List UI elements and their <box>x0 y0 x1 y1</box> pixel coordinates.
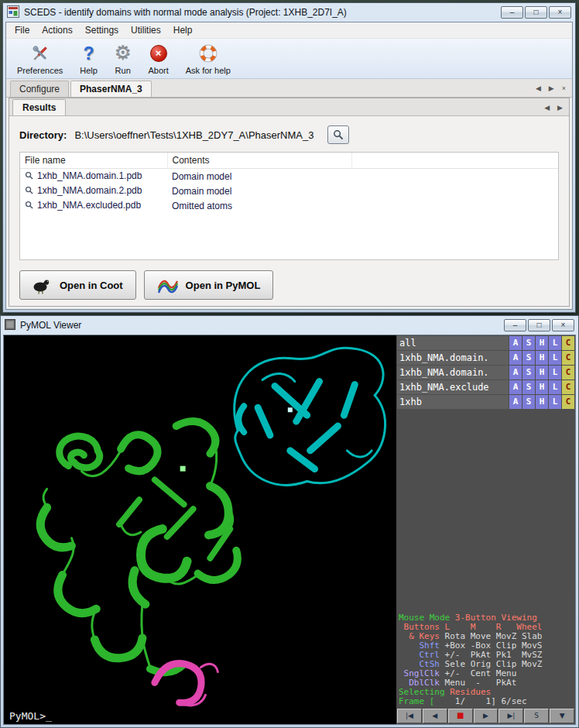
sceds-client-area: File Actions Settings Utilities Help Pre… <box>5 22 573 310</box>
menu-help[interactable]: Help <box>167 23 199 37</box>
tab-phasernma-3[interactable]: PhaserNMA_3 <box>70 81 152 97</box>
browse-directory-button[interactable] <box>327 125 349 144</box>
file-name-cell[interactable]: 1xhb_NMA.excluded.pdb <box>20 198 167 213</box>
object-c-button[interactable]: C <box>562 395 574 409</box>
object-c-button[interactable]: C <box>562 366 574 379</box>
preferences-label: Preferences <box>17 66 63 75</box>
ask-for-help-button[interactable]: Ask for help <box>180 40 237 77</box>
mouse-panel: Mouse Mode 3-Button Viewing Buttons L M … <box>396 612 575 708</box>
object-h-button[interactable]: H <box>536 336 548 350</box>
menubar: File Actions Settings Utilities Help <box>6 22 572 39</box>
object-a-button[interactable]: A <box>509 395 522 409</box>
object-name[interactable]: all <box>397 336 509 350</box>
object-l-button[interactable]: L <box>549 366 561 379</box>
object-l-button[interactable]: L <box>549 395 561 409</box>
tab-configure[interactable]: Configure <box>10 81 69 97</box>
object-s-button[interactable]: S <box>522 395 535 409</box>
object-h-button[interactable]: H <box>536 380 548 394</box>
file-table-body: 1xhb_NMA.domain.1.pdbDomain model1xhb_NM… <box>20 169 558 214</box>
column-file-name[interactable]: File name <box>20 153 167 169</box>
file-row[interactable]: 1xhb_NMA.excluded.pdbOmitted atoms <box>20 198 558 213</box>
menu-file[interactable]: File <box>9 23 36 37</box>
column-blank <box>351 153 558 169</box>
menu-settings[interactable]: Settings <box>79 23 125 37</box>
movie-control-button[interactable]: |◀ <box>397 709 422 723</box>
object-s-button[interactable]: S <box>522 366 535 379</box>
sceds-app-icon[interactable] <box>7 5 19 20</box>
object-s-button[interactable]: S <box>522 336 535 350</box>
pymol-ribbon-icon <box>157 276 179 294</box>
object-a-button[interactable]: A <box>509 380 522 394</box>
object-s-button[interactable]: S <box>522 351 535 365</box>
pymol-app-icon[interactable] <box>5 319 15 332</box>
tab-results[interactable]: Results <box>12 99 66 115</box>
results-tabbar: Results ◀ ▶ <box>9 98 569 116</box>
object-l-button[interactable]: L <box>549 336 561 350</box>
tab-scroll-right-icon[interactable]: ▶ <box>547 84 556 94</box>
object-s-button[interactable]: S <box>522 380 535 394</box>
results-scroll-left-icon[interactable]: ◀ <box>543 103 551 113</box>
object-l-button[interactable]: L <box>549 351 561 365</box>
file-row[interactable]: 1xhb_NMA.domain.1.pdbDomain model <box>20 169 558 184</box>
tab-scroll-left-icon[interactable]: ◀ <box>534 84 543 94</box>
object-c-button[interactable]: C <box>562 380 574 394</box>
object-c-button[interactable]: C <box>562 336 574 350</box>
sceds-minimize-button[interactable]: – <box>501 6 523 19</box>
menu-actions[interactable]: Actions <box>36 23 78 37</box>
help-label: Help <box>80 66 98 75</box>
sceds-close-button[interactable]: × <box>549 6 571 19</box>
pymol-minimize-button[interactable]: – <box>504 319 526 331</box>
selection-marker-green <box>180 466 186 472</box>
object-name[interactable]: 1xhb <box>397 395 509 409</box>
contents-cell: Domain model <box>167 169 351 184</box>
object-h-button[interactable]: H <box>536 351 548 365</box>
movie-control-button[interactable]: ▶| <box>498 709 523 723</box>
column-contents[interactable]: Contents <box>167 153 351 169</box>
sceds-titlebar[interactable]: SCEDS - identify domains with normal mod… <box>3 3 575 22</box>
main-tabbar: Configure PhaserNMA_3 ◀ ▶ × <box>6 79 572 98</box>
pymol-window: PyMOL Viewer – □ × <box>0 315 579 728</box>
results-scroll-right-icon[interactable]: ▶ <box>556 103 564 113</box>
pymol-close-button[interactable]: × <box>552 319 574 331</box>
contents-cell: Domain model <box>167 184 351 198</box>
help-button[interactable]: ? Help <box>74 40 104 77</box>
object-h-button[interactable]: H <box>536 366 548 379</box>
open-in-pymol-button[interactable]: Open in PyMOL <box>144 270 274 300</box>
movie-control-button[interactable]: ■ <box>448 709 473 723</box>
file-name-cell[interactable]: 1xhb_NMA.domain.2.pdb <box>20 184 167 198</box>
file-table: File name Contents 1xhb_NMA.domain.1.pdb… <box>19 152 559 260</box>
movie-control-button[interactable]: ◀ <box>423 709 447 723</box>
abort-label: Abort <box>148 66 168 75</box>
toolbar: Preferences ? Help ⚙ Run × Abort <box>6 39 572 79</box>
magnifier-icon <box>25 186 33 197</box>
file-table-header: File name Contents <box>20 153 558 169</box>
run-button[interactable]: ⚙ Run <box>108 40 138 77</box>
menu-utilities[interactable]: Utilities <box>125 23 167 37</box>
abort-button[interactable]: × Abort <box>142 40 174 77</box>
object-h-button[interactable]: H <box>536 395 548 409</box>
file-row[interactable]: 1xhb_NMA.domain.2.pdbDomain model <box>20 184 558 198</box>
object-name[interactable]: 1xhb_NMA.exclude <box>397 380 509 394</box>
tab-close-icon[interactable]: × <box>560 84 567 94</box>
preferences-button[interactable]: Preferences <box>11 40 69 77</box>
object-name[interactable]: 1xhb_NMA.domain. <box>397 366 509 379</box>
object-a-button[interactable]: A <box>509 366 522 379</box>
pymol-maximize-button[interactable]: □ <box>528 319 550 331</box>
movie-control-button[interactable]: S <box>524 709 549 723</box>
viewport[interactable]: PyMOL>_ <box>4 335 396 724</box>
command-prompt[interactable]: PyMOL>_ <box>9 710 52 722</box>
lifebuoy-icon <box>199 43 218 64</box>
object-l-button[interactable]: L <box>549 380 561 394</box>
movie-control-button[interactable]: ▼ <box>550 709 574 723</box>
movie-control-button[interactable]: ▶ <box>474 709 498 723</box>
object-name[interactable]: 1xhb_NMA.domain. <box>397 351 509 365</box>
sceds-maximize-button[interactable]: □ <box>525 6 547 19</box>
protein-structure[interactable] <box>4 335 396 724</box>
object-c-button[interactable]: C <box>562 351 574 365</box>
file-name-cell[interactable]: 1xhb_NMA.domain.1.pdb <box>20 169 167 184</box>
movie-controls: |◀◀■▶▶|S▼ <box>397 709 574 723</box>
object-a-button[interactable]: A <box>509 336 522 350</box>
pymol-titlebar[interactable]: PyMOL Viewer – □ × <box>1 316 578 335</box>
object-a-button[interactable]: A <box>509 351 522 365</box>
open-in-coot-button[interactable]: Open in Coot <box>19 270 136 300</box>
